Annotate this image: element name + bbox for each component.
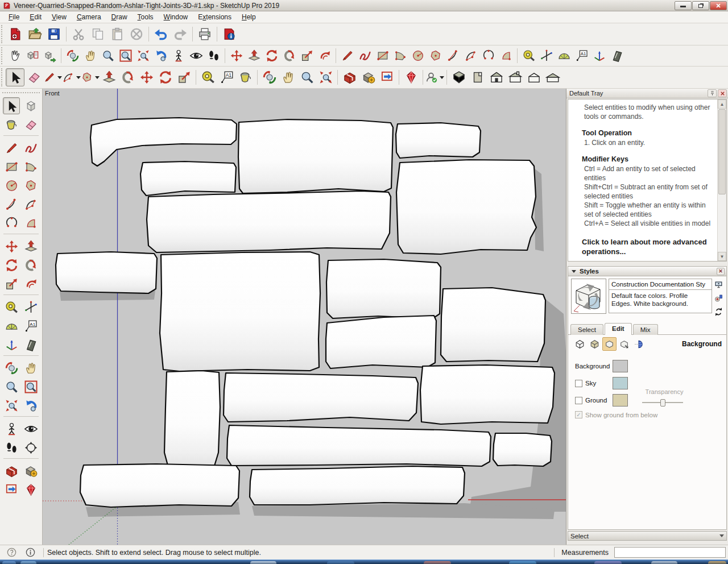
walk-button[interactable] <box>3 439 20 456</box>
ground-checkbox[interactable] <box>575 397 582 404</box>
protractor-button[interactable] <box>555 48 573 64</box>
offset-button[interactable] <box>22 275 39 292</box>
zoom-extents-button[interactable] <box>134 48 152 64</box>
windows-taskbar[interactable] <box>0 559 728 564</box>
move-button[interactable] <box>137 68 156 86</box>
tape-measure-button[interactable] <box>3 298 20 316</box>
update-style-button[interactable] <box>713 306 724 317</box>
view-left-button[interactable] <box>543 68 562 86</box>
view-iso-button[interactable] <box>449 68 468 86</box>
eraser-button[interactable] <box>22 116 39 133</box>
view-top-button[interactable] <box>468 68 487 86</box>
dropdown-arrow-icon[interactable] <box>57 76 62 79</box>
push-pull-button[interactable] <box>22 238 39 255</box>
previous-view-button[interactable] <box>22 397 39 414</box>
extension-warehouse-button[interactable] <box>22 481 39 498</box>
scroll-up-arrow[interactable]: ▲ <box>718 99 726 109</box>
component-options-button[interactable] <box>23 48 41 64</box>
select-button[interactable] <box>6 68 24 86</box>
text-button[interactable]: A1 <box>22 317 39 334</box>
zoom-extents-button[interactable] <box>316 68 335 86</box>
look-around-button[interactable] <box>187 48 205 64</box>
menu-view[interactable]: View <box>47 12 72 22</box>
tape-measure-button[interactable] <box>198 68 217 86</box>
new-file-button[interactable] <box>6 25 25 43</box>
arc-3point-button[interactable] <box>479 48 497 64</box>
orbit-button[interactable] <box>260 68 279 86</box>
sky-swatch[interactable] <box>613 377 628 389</box>
push-pull-button[interactable] <box>100 68 118 86</box>
rotated-rectangle-button[interactable] <box>22 158 39 175</box>
circle-button[interactable] <box>409 48 427 64</box>
delete-button[interactable] <box>127 25 146 43</box>
rotate-button[interactable] <box>263 48 280 64</box>
taskbar-item[interactable] <box>2 561 16 564</box>
taskbar-item[interactable] <box>708 561 726 564</box>
save-button[interactable] <box>44 25 64 43</box>
paint-bucket-button[interactable] <box>3 116 20 133</box>
toolbar-grip[interactable] <box>2 92 40 95</box>
offset-button[interactable] <box>316 48 333 64</box>
slider-thumb[interactable] <box>660 399 665 407</box>
make-component-button[interactable] <box>22 97 39 114</box>
measurements-input[interactable] <box>614 547 726 558</box>
menu-edit[interactable]: Edit <box>24 12 47 22</box>
previous-view-button[interactable] <box>152 48 169 64</box>
menu-extensions[interactable]: Extensions <box>193 12 237 22</box>
menu-tools[interactable]: Tools <box>133 12 159 22</box>
dropdown-arrow-icon[interactable] <box>440 76 444 79</box>
background-swatch[interactable] <box>613 360 628 372</box>
line-button[interactable] <box>338 48 356 64</box>
scale-button[interactable] <box>175 68 193 86</box>
dropdown-arrow-icon[interactable] <box>76 76 81 79</box>
face-settings-button[interactable] <box>588 337 602 351</box>
styles-close-button[interactable]: ✕ <box>717 268 725 275</box>
line-button[interactable] <box>3 139 20 156</box>
move-button[interactable] <box>3 238 20 255</box>
background-settings-button[interactable] <box>602 337 617 351</box>
rectangle-button[interactable] <box>3 158 20 175</box>
dropdown-arrow-icon[interactable] <box>95 76 100 79</box>
show-ground-checkbox[interactable]: ✓ <box>575 411 582 418</box>
pie-button[interactable] <box>22 214 39 231</box>
rotated-rectangle-button[interactable] <box>391 48 409 64</box>
sign-in-button[interactable] <box>425 68 444 86</box>
polygon-button[interactable] <box>22 177 39 194</box>
menu-help[interactable]: Help <box>237 12 261 22</box>
instructor-scrollbar[interactable]: ▲ ▼ <box>717 99 726 261</box>
pan-button[interactable] <box>22 359 39 376</box>
turn-around-button[interactable] <box>22 439 39 456</box>
freehand-button[interactable] <box>22 139 39 156</box>
cut-button[interactable] <box>69 25 88 43</box>
taskbar-item[interactable] <box>327 561 354 564</box>
rectangle-button[interactable] <box>374 48 391 64</box>
paint-bucket-button[interactable] <box>236 68 255 86</box>
follow-me-button[interactable] <box>22 256 39 273</box>
close-button[interactable]: ✕ <box>710 1 727 10</box>
style-name-input[interactable]: Construction Documentation Sty <box>609 279 712 290</box>
tray-pin-button[interactable] <box>708 89 717 97</box>
menu-camera[interactable]: Camera <box>72 12 106 22</box>
style-thumbnail[interactable] <box>571 279 606 314</box>
redo-button[interactable] <box>171 25 190 43</box>
print-button[interactable] <box>195 25 214 43</box>
view-back-button[interactable] <box>524 68 543 86</box>
polygon-button[interactable] <box>81 68 100 86</box>
create-style-button[interactable] <box>713 293 724 304</box>
share-model-button[interactable] <box>359 68 378 86</box>
taskbar-item[interactable] <box>509 561 536 564</box>
minimize-button[interactable] <box>675 1 692 10</box>
sky-checkbox[interactable] <box>575 380 582 387</box>
circle-button[interactable] <box>3 177 20 194</box>
secondary-pane-button[interactable] <box>713 279 724 290</box>
pan-button[interactable] <box>81 48 99 64</box>
edge-settings-button[interactable] <box>573 337 587 351</box>
freehand-button[interactable] <box>356 48 374 64</box>
status-help-icon[interactable] <box>6 547 17 558</box>
follow-me-button[interactable] <box>280 48 298 64</box>
model-canvas[interactable] <box>43 89 566 545</box>
text-button[interactable]: A1 <box>573 48 590 64</box>
restore-button[interactable] <box>692 1 709 10</box>
zoom-button[interactable] <box>99 48 117 64</box>
zoom-window-button[interactable] <box>117 48 134 64</box>
